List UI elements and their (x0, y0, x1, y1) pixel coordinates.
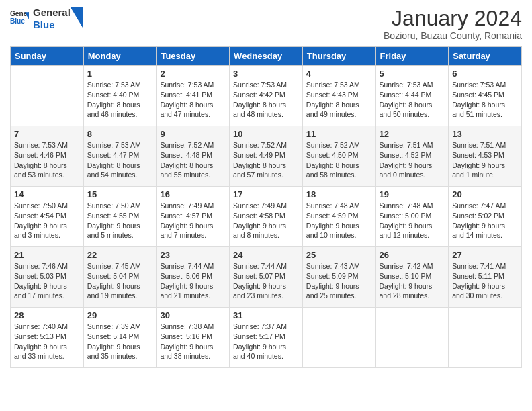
calendar-cell: 18Sunrise: 7:48 AMSunset: 4:59 PMDayligh… (302, 187, 375, 247)
day-info: Sunrise: 7:46 AMSunset: 5:03 PMDaylight:… (14, 261, 80, 301)
logo-arrow (71, 7, 83, 28)
day-number: 13 (452, 129, 518, 139)
day-info: Sunrise: 7:53 AMSunset: 4:43 PMDaylight:… (306, 80, 372, 120)
day-number: 22 (87, 250, 153, 260)
calendar-cell: 29Sunrise: 7:39 AMSunset: 5:14 PMDayligh… (83, 308, 157, 368)
calendar-cell: 5Sunrise: 7:53 AMSunset: 4:44 PMDaylight… (375, 66, 449, 126)
calendar-cell: 20Sunrise: 7:47 AMSunset: 5:02 PMDayligh… (449, 187, 522, 247)
day-number: 31 (233, 310, 299, 320)
calendar-cell: 15Sunrise: 7:50 AMSunset: 4:55 PMDayligh… (83, 187, 157, 247)
day-info: Sunrise: 7:48 AMSunset: 4:59 PMDaylight:… (306, 201, 372, 240)
logo-blue: Blue (33, 19, 71, 31)
day-number: 20 (452, 189, 518, 199)
calendar-week-5: 28Sunrise: 7:40 AMSunset: 5:13 PMDayligh… (11, 308, 522, 368)
day-number: 3 (233, 68, 299, 79)
day-info: Sunrise: 7:40 AMSunset: 5:13 PMDaylight:… (14, 322, 80, 361)
header-tuesday: Tuesday (157, 47, 230, 66)
calendar-cell: 11Sunrise: 7:52 AMSunset: 4:50 PMDayligh… (302, 126, 375, 187)
day-number: 30 (160, 310, 226, 320)
calendar-cell: 13Sunrise: 7:51 AMSunset: 4:53 PMDayligh… (449, 126, 522, 187)
calendar-cell: 28Sunrise: 7:40 AMSunset: 5:13 PMDayligh… (11, 308, 84, 368)
day-number: 27 (452, 250, 518, 260)
logo-text: General (33, 7, 71, 19)
svg-marker-3 (71, 7, 83, 28)
day-info: Sunrise: 7:51 AMSunset: 4:52 PMDaylight:… (380, 140, 445, 180)
calendar-week-4: 21Sunrise: 7:46 AMSunset: 5:03 PMDayligh… (11, 247, 522, 308)
calendar-cell: 14Sunrise: 7:50 AMSunset: 4:54 PMDayligh… (11, 187, 84, 247)
day-number: 18 (306, 189, 372, 199)
day-info: Sunrise: 7:53 AMSunset: 4:46 PMDaylight:… (14, 140, 80, 180)
day-number: 24 (233, 250, 299, 260)
day-number: 23 (160, 250, 226, 260)
day-number: 1 (87, 68, 153, 79)
month-title: January 2024 (384, 7, 522, 30)
calendar-table: SundayMondayTuesdayWednesdayThursdayFrid… (10, 46, 522, 368)
calendar-cell: 1Sunrise: 7:53 AMSunset: 4:40 PMDaylight… (83, 66, 157, 126)
day-info: Sunrise: 7:50 AMSunset: 4:54 PMDaylight:… (14, 201, 80, 240)
day-info: Sunrise: 7:47 AMSunset: 5:02 PMDaylight:… (452, 201, 518, 240)
day-info: Sunrise: 7:53 AMSunset: 4:47 PMDaylight:… (87, 140, 153, 180)
day-info: Sunrise: 7:53 AMSunset: 4:40 PMDaylight:… (87, 80, 153, 120)
header-wednesday: Wednesday (230, 47, 303, 66)
day-info: Sunrise: 7:39 AMSunset: 5:14 PMDaylight:… (87, 322, 153, 361)
title-block: January 2024 Bozioru, Buzau County, Roma… (384, 7, 522, 41)
day-number: 25 (306, 250, 372, 260)
day-info: Sunrise: 7:43 AMSunset: 5:09 PMDaylight:… (306, 261, 372, 301)
subtitle: Bozioru, Buzau County, Romania (384, 30, 522, 41)
calendar-cell: 6Sunrise: 7:53 AMSunset: 4:45 PMDaylight… (449, 66, 522, 126)
day-number: 8 (87, 129, 153, 139)
day-number: 6 (452, 68, 518, 79)
day-number: 16 (160, 189, 226, 199)
logo: General Blue General Blue (10, 7, 83, 31)
calendar-cell: 25Sunrise: 7:43 AMSunset: 5:09 PMDayligh… (302, 247, 375, 308)
calendar-cell: 8Sunrise: 7:53 AMSunset: 4:47 PMDaylight… (83, 126, 157, 187)
calendar-week-2: 7Sunrise: 7:53 AMSunset: 4:46 PMDaylight… (11, 126, 522, 187)
day-info: Sunrise: 7:44 AMSunset: 5:07 PMDaylight:… (233, 261, 299, 301)
header-sunday: Sunday (11, 47, 84, 66)
calendar-cell: 24Sunrise: 7:44 AMSunset: 5:07 PMDayligh… (230, 247, 303, 308)
calendar-cell: 10Sunrise: 7:52 AMSunset: 4:49 PMDayligh… (230, 126, 303, 187)
day-info: Sunrise: 7:38 AMSunset: 5:16 PMDaylight:… (160, 322, 226, 361)
day-number: 21 (14, 250, 80, 260)
day-number: 4 (306, 68, 372, 79)
day-number: 9 (160, 129, 226, 139)
day-info: Sunrise: 7:53 AMSunset: 4:45 PMDaylight:… (452, 80, 518, 120)
header-thursday: Thursday (302, 47, 375, 66)
calendar-cell: 3Sunrise: 7:53 AMSunset: 4:42 PMDaylight… (230, 66, 303, 126)
calendar-cell: 30Sunrise: 7:38 AMSunset: 5:16 PMDayligh… (157, 308, 230, 368)
calendar-week-3: 14Sunrise: 7:50 AMSunset: 4:54 PMDayligh… (11, 187, 522, 247)
calendar-cell: 23Sunrise: 7:44 AMSunset: 5:06 PMDayligh… (157, 247, 230, 308)
calendar-cell (11, 66, 84, 126)
day-number: 26 (380, 250, 445, 260)
day-info: Sunrise: 7:42 AMSunset: 5:10 PMDaylight:… (380, 261, 445, 301)
day-number: 12 (380, 129, 445, 139)
day-info: Sunrise: 7:41 AMSunset: 5:11 PMDaylight:… (452, 261, 518, 301)
day-info: Sunrise: 7:44 AMSunset: 5:06 PMDaylight:… (160, 261, 226, 301)
calendar-cell: 26Sunrise: 7:42 AMSunset: 5:10 PMDayligh… (375, 247, 449, 308)
page-header: General Blue General Blue January 2024 B… (10, 7, 522, 41)
day-info: Sunrise: 7:45 AMSunset: 5:04 PMDaylight:… (87, 261, 153, 301)
day-info: Sunrise: 7:49 AMSunset: 4:58 PMDaylight:… (233, 201, 299, 240)
calendar-header-row: SundayMondayTuesdayWednesdayThursdayFrid… (11, 47, 522, 66)
day-number: 15 (87, 189, 153, 199)
day-info: Sunrise: 7:52 AMSunset: 4:50 PMDaylight:… (306, 140, 372, 180)
calendar-cell: 27Sunrise: 7:41 AMSunset: 5:11 PMDayligh… (449, 247, 522, 308)
svg-text:Blue: Blue (10, 17, 25, 25)
header-saturday: Saturday (449, 47, 522, 66)
day-number: 10 (233, 129, 299, 139)
calendar-cell: 12Sunrise: 7:51 AMSunset: 4:52 PMDayligh… (375, 126, 449, 187)
day-info: Sunrise: 7:52 AMSunset: 4:49 PMDaylight:… (233, 140, 299, 180)
day-number: 14 (14, 189, 80, 199)
day-info: Sunrise: 7:37 AMSunset: 5:17 PMDaylight:… (233, 322, 299, 361)
header-friday: Friday (375, 47, 449, 66)
calendar-cell (302, 308, 375, 368)
day-info: Sunrise: 7:53 AMSunset: 4:44 PMDaylight:… (380, 80, 445, 120)
calendar-cell: 7Sunrise: 7:53 AMSunset: 4:46 PMDaylight… (11, 126, 84, 187)
day-number: 28 (14, 310, 80, 320)
day-number: 2 (160, 68, 226, 79)
calendar-cell: 2Sunrise: 7:53 AMSunset: 4:41 PMDaylight… (157, 66, 230, 126)
calendar-cell: 9Sunrise: 7:52 AMSunset: 4:48 PMDaylight… (157, 126, 230, 187)
calendar-cell: 16Sunrise: 7:49 AMSunset: 4:57 PMDayligh… (157, 187, 230, 247)
day-info: Sunrise: 7:53 AMSunset: 4:41 PMDaylight:… (160, 80, 226, 120)
day-info: Sunrise: 7:50 AMSunset: 4:55 PMDaylight:… (87, 201, 153, 240)
